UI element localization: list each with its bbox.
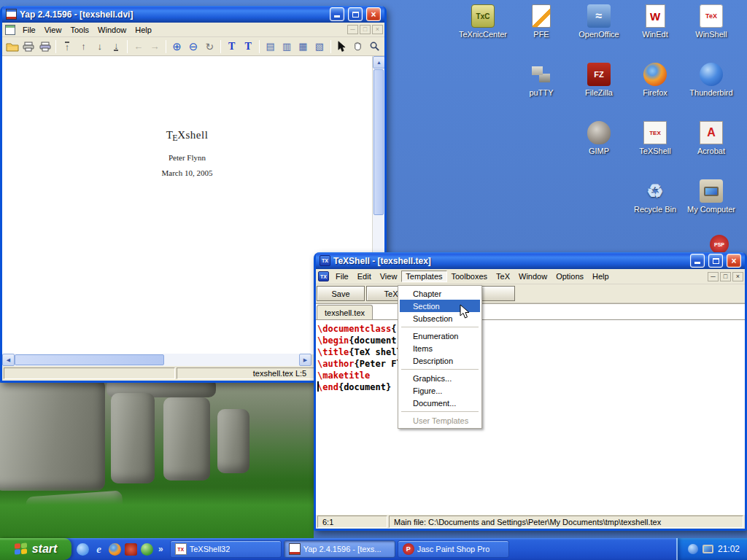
menu-item-enumeration[interactable]: Enumeration [400,330,480,342]
previous-page-button[interactable]: ↑ [76,39,91,55]
texshell-menu-edit[interactable]: Edit [353,271,376,282]
my-computer-icon [700,179,723,203]
menu-item-graphics[interactable]: Graphics... [400,372,480,384]
desktop-icon-texniccenter[interactable]: TxC TeXnicCenter [454,4,511,39]
texshell-minimize-button[interactable] [690,254,705,268]
desktop-icon-pfe[interactable]: PFE [513,4,570,39]
yap-menu-view[interactable]: View [40,24,66,36]
magnifier-tool-button[interactable] [366,39,382,55]
scroll-up-button[interactable]: ▲ [373,56,384,69]
mdi-close-button[interactable]: × [372,25,383,34]
desktop-icon-recycle-bin[interactable]: ♻ Recycle Bin [627,179,684,214]
tab-texshell-tex[interactable]: texshell.tex [317,305,373,319]
desktop-icon-winedt[interactable]: W WinEdt [627,4,684,39]
texshell-menu-window[interactable]: Window [514,271,551,282]
scroll-right-button[interactable]: ▶ [299,354,311,366]
text-tool-button[interactable]: T [240,39,255,55]
menu-item-figure[interactable]: Figure... [400,384,480,397]
taskbar-button-paint-shop-pro[interactable]: P Jasc Paint Shop Pro [398,540,509,558]
desktop-icon-label: FileZilla [570,88,627,97]
taskbar-clock[interactable]: 21:02 [718,544,740,554]
mdi-restore-button[interactable]: □ [720,272,731,281]
desktop-icon-filezilla[interactable]: FZ FileZilla [570,63,627,97]
select-tool-button[interactable] [334,39,349,55]
texshell-menu-file[interactable]: File [331,271,353,282]
texshell-editor[interactable]: \documentclass{ \begin{document \title{T… [316,319,745,515]
desktop-icon-acrobat[interactable]: A Acrobat [683,121,740,155]
menu-item-section[interactable]: Section [400,300,480,312]
texshell-menu-templates[interactable]: Templates [401,271,446,282]
view-facing-button[interactable]: ▧ [311,39,327,55]
desktop-icon-putty[interactable]: puTTY [513,63,570,97]
yap-menu-tools[interactable]: Tools [66,24,93,36]
yap-menu-help[interactable]: Help [131,24,156,36]
yap-menu-file[interactable]: File [18,24,40,36]
yap-menu-window[interactable]: Window [93,24,131,36]
editor-line: \title{TeX shell} [317,346,745,358]
texshell-menu-help[interactable]: Help [588,271,614,282]
scroll-left-button[interactable]: ◀ [2,354,15,366]
taskbar-button-texshell32[interactable]: TX TeXShell32 [170,540,282,558]
back-button[interactable]: ← [131,39,146,55]
mdi-minimize-button[interactable]: ─ [347,25,358,34]
desktop-icon-openoffice[interactable]: ≈ OpenOffice [570,4,627,39]
texshell-titlebar[interactable]: TX TeXShell - [texshell.tex] × [316,252,745,269]
yap-titlebar[interactable]: Yap 2.4.1596 - [texshell.dvi] × [2,6,384,23]
texshell-menu-toolboxes[interactable]: Toolboxes [447,271,492,282]
yap-maximize-button[interactable] [348,7,363,21]
desktop-icon-firefox[interactable]: Firefox [627,63,684,97]
open-button[interactable] [4,39,20,55]
desktop-icon-texshell[interactable]: TEX TeXShell [627,121,684,155]
menu-item-user-templates[interactable]: User Templates [400,414,480,427]
quick-launch-overflow-chevron[interactable]: » [157,544,165,554]
vertical-scroll-thumb[interactable] [374,69,384,215]
first-page-button[interactable]: ↑ [59,39,74,55]
start-button[interactable]: start [0,538,71,560]
quick-launch-paint-shop-pro-icon[interactable] [125,543,137,556]
document-system-icon[interactable]: TX [318,271,329,281]
yap-close-button[interactable]: × [366,7,381,21]
tray-network-icon[interactable] [688,544,698,554]
print-page-button[interactable] [37,39,53,55]
menu-item-document[interactable]: Document... [400,397,480,409]
texshell-menu-tex[interactable]: TeX [492,271,514,282]
desktop-icon-my-computer[interactable]: My Computer [683,179,740,214]
zoom-out-button[interactable]: ⊖ [185,39,201,55]
ruler-tool-button[interactable]: T [224,39,239,55]
menu-item-chapter[interactable]: Chapter [400,287,480,300]
texshell-close-button[interactable]: × [727,254,741,268]
desktop-icon-thunderbird[interactable]: Thunderbird [683,63,740,97]
next-page-button[interactable]: ↓ [92,39,107,55]
quick-launch-messenger-icon[interactable] [77,543,89,556]
mdi-minimize-button[interactable]: ─ [708,272,719,281]
texshell-menu-view[interactable]: View [376,271,402,282]
desktop-icon-gimp[interactable]: GIMP [570,121,627,155]
view-double-page-button[interactable]: ▥ [279,39,294,55]
texshell-menu-options[interactable]: Options [551,271,588,282]
horizontal-scrollbar[interactable]: ◀ ▶ [2,354,311,366]
print-button[interactable] [20,39,36,55]
desktop-icon-winshell[interactable]: TeX WinShell [683,4,740,39]
quick-launch-desktop-icon[interactable] [141,543,153,556]
yap-minimize-button[interactable] [330,7,344,21]
view-single-page-button[interactable]: ▤ [263,39,278,55]
mdi-close-button[interactable]: × [732,272,743,281]
mdi-restore-button[interactable]: □ [360,25,371,34]
view-continuous-button[interactable]: ▦ [295,39,311,55]
save-button[interactable]: Save [317,286,365,301]
hand-tool-button[interactable] [350,39,365,55]
menu-item-subsection[interactable]: Subsection [400,312,480,324]
scroll-track[interactable] [15,354,299,366]
menu-item-items[interactable]: Items [400,342,480,354]
refresh-button[interactable]: ↻ [202,39,217,55]
last-page-button[interactable]: ↓ [109,39,124,55]
taskbar-button-yap[interactable]: Yap 2.4.1596 - [texs... [284,540,395,558]
menu-item-description[interactable]: Description [400,354,480,367]
texshell-maximize-button[interactable] [708,254,723,268]
zoom-in-button[interactable]: ⊕ [169,39,185,55]
quick-launch-internet-explorer-icon[interactable]: e [93,543,105,556]
tray-display-icon[interactable] [703,545,713,553]
forward-button[interactable]: → [147,39,162,55]
horizontal-scroll-thumb[interactable] [15,354,164,365]
quick-launch-firefox-icon[interactable] [109,543,121,556]
